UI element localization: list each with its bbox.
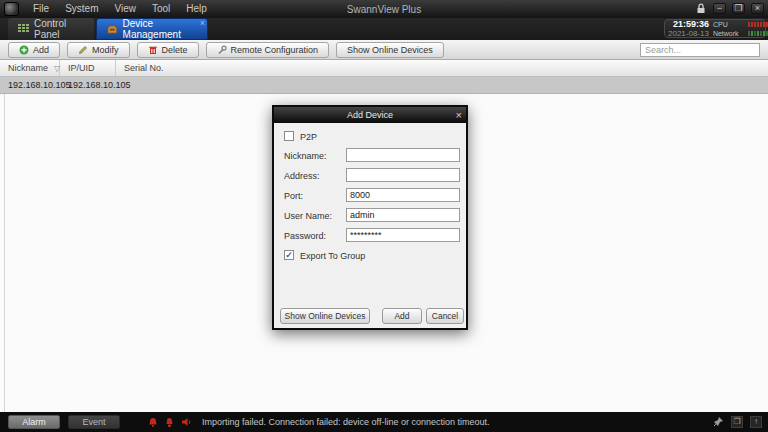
p2p-checkbox[interactable] xyxy=(284,131,294,141)
event-tab-button[interactable]: Event xyxy=(68,415,120,429)
menu-view[interactable]: View xyxy=(106,0,144,18)
collapse-panel-icon[interactable]: ↑ xyxy=(750,416,762,428)
device-table-header: Nickname ▽ IP/UID Serial No. xyxy=(0,60,768,77)
restore-button[interactable]: ❐ xyxy=(732,3,745,14)
dialog-title: Add Device xyxy=(347,110,393,120)
address-field[interactable] xyxy=(346,168,460,182)
cpu-label: CPU xyxy=(713,20,746,29)
modify-button[interactable]: Modify xyxy=(67,42,130,58)
password-label: Password: xyxy=(284,231,326,241)
title-bar: File System View Tool Help SwannView Plu… xyxy=(0,0,768,18)
cell-ip-uid: 192.168.10.105 xyxy=(60,80,116,90)
system-status-panel: 21:59:36 2021-08-13 CPU Network xyxy=(664,19,766,38)
audio-alert-icon[interactable] xyxy=(181,417,192,427)
show-online-devices-button[interactable]: Show Online Devices xyxy=(336,42,444,58)
menu-help[interactable]: Help xyxy=(178,0,215,18)
status-message: Importing failed. Connection failed: dev… xyxy=(202,417,490,427)
trash-icon xyxy=(148,45,158,55)
password-field[interactable] xyxy=(346,228,460,242)
pin-icon[interactable] xyxy=(712,416,724,428)
menu-tool[interactable]: Tool xyxy=(144,0,178,18)
clock-date: 2021-08-13 xyxy=(668,29,709,38)
username-field[interactable] xyxy=(346,208,460,222)
p2p-label: P2P xyxy=(300,132,317,142)
swannview-window: File System View Tool Help SwannView Plu… xyxy=(0,0,768,432)
lock-icon[interactable] xyxy=(695,2,707,14)
cell-nickname: 192.168.10.105 xyxy=(0,80,60,90)
add-device-dialog: Add Device × P2P Nickname: Address: Port… xyxy=(272,105,468,330)
nickname-field[interactable] xyxy=(346,148,460,162)
add-icon xyxy=(19,45,29,55)
remote-configuration-button[interactable]: Remote Configuration xyxy=(206,42,330,58)
dialog-title-bar[interactable]: Add Device × xyxy=(274,107,466,123)
tab-control-panel[interactable]: Control Panel xyxy=(8,18,94,40)
status-bar: Alarm Event Importing failed. Connection… xyxy=(0,412,768,432)
dialog-show-online-devices-button[interactable]: Show Online Devices xyxy=(280,308,370,324)
close-button[interactable]: × xyxy=(751,3,764,14)
dialog-close-icon[interactable]: × xyxy=(456,108,462,122)
column-serial[interactable]: Serial No. xyxy=(116,60,768,76)
toolbar: Add Modify Delete Remote Configuration S… xyxy=(0,40,768,60)
alarm-tab-button[interactable]: Alarm xyxy=(8,415,60,429)
tab-close-icon[interactable]: × xyxy=(200,19,205,28)
export-to-group-checkbox[interactable]: ✓ xyxy=(284,250,294,260)
username-label: User Name: xyxy=(284,211,332,221)
alarm-bell-icon[interactable] xyxy=(148,417,158,428)
column-nickname[interactable]: Nickname ▽ xyxy=(0,60,60,76)
menu-file[interactable]: File xyxy=(25,0,57,18)
search-input[interactable] xyxy=(640,43,760,57)
dialog-cancel-button[interactable]: Cancel xyxy=(426,308,464,324)
app-logo-icon xyxy=(4,2,19,16)
panel-edge-divider xyxy=(4,94,5,412)
network-meter xyxy=(748,31,768,36)
show-online-devices-label: Show Online Devices xyxy=(347,45,433,55)
device-row[interactable]: 192.168.10.105 192.168.10.105 xyxy=(0,77,768,94)
dialog-add-button[interactable]: Add xyxy=(382,308,422,324)
cpu-meter xyxy=(748,22,768,27)
event-bell-icon[interactable] xyxy=(165,417,174,428)
add-button[interactable]: Add xyxy=(8,42,60,58)
window-mode-icon[interactable]: ❐ xyxy=(731,416,743,428)
delete-button[interactable]: Delete xyxy=(137,42,199,58)
remote-configuration-label: Remote Configuration xyxy=(231,45,319,55)
menu-system[interactable]: System xyxy=(57,0,106,18)
control-panel-icon xyxy=(18,24,29,34)
tab-device-management[interactable]: Device Management × xyxy=(96,18,208,40)
tab-bar: Control Panel Device Management × 21:59:… xyxy=(0,18,768,40)
nickname-label: Nickname: xyxy=(284,151,327,161)
port-label: Port: xyxy=(284,191,303,201)
network-label: Network xyxy=(713,29,746,38)
delete-label: Delete xyxy=(162,45,188,55)
clock-time: 21:59:36 xyxy=(668,20,709,29)
address-label: Address: xyxy=(284,171,320,181)
minimize-button[interactable]: − xyxy=(713,3,726,14)
column-ip-uid[interactable]: IP/UID xyxy=(60,60,116,76)
wrench-icon xyxy=(217,45,227,55)
modify-label: Modify xyxy=(92,45,119,55)
device-management-icon xyxy=(107,24,118,35)
export-to-group-label: Export To Group xyxy=(300,251,365,261)
tab-label: Device Management xyxy=(123,18,197,40)
port-field[interactable] xyxy=(346,188,460,202)
pencil-icon xyxy=(78,45,88,55)
tab-label: Control Panel xyxy=(34,18,84,40)
add-label: Add xyxy=(33,45,49,55)
